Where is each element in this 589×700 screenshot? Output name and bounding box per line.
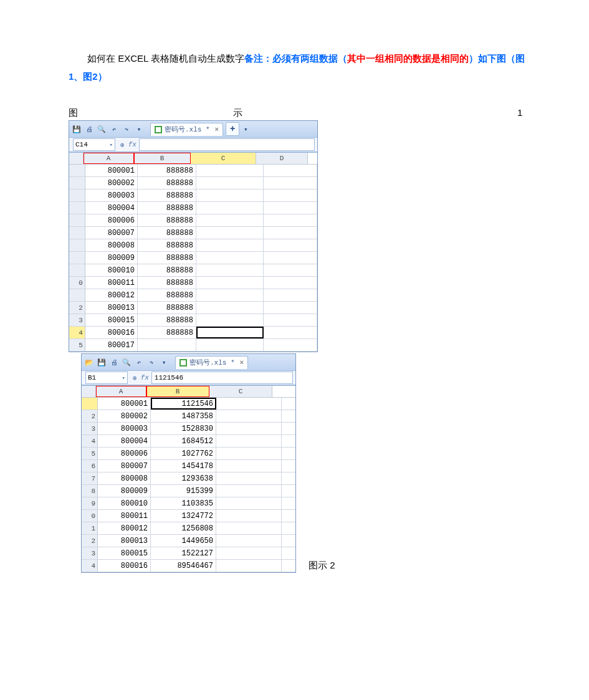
cell[interactable] — [264, 227, 317, 239]
cell[interactable]: 888888 — [138, 264, 196, 276]
cell[interactable] — [216, 423, 282, 434]
cell[interactable]: 800002 — [98, 410, 151, 422]
cell[interactable] — [216, 435, 282, 447]
cell[interactable] — [264, 339, 317, 351]
cell[interactable]: 800016 — [85, 327, 138, 338]
column-header-c-2[interactable]: C — [209, 386, 272, 397]
cell[interactable] — [196, 239, 264, 251]
row-header[interactable]: 0 — [69, 277, 85, 289]
name-box[interactable]: C14 ▾ — [73, 138, 115, 151]
cell[interactable]: 888888 — [138, 314, 196, 326]
cell[interactable] — [216, 485, 282, 497]
cell[interactable] — [216, 410, 282, 422]
cell[interactable] — [196, 227, 264, 239]
cell[interactable] — [216, 398, 282, 410]
row-header[interactable]: 2 — [69, 302, 85, 314]
cell[interactable]: 800003 — [85, 189, 138, 201]
cell[interactable]: 888888 — [138, 214, 196, 226]
preview-icon[interactable]: 🔍 — [97, 124, 107, 134]
save-icon[interactable]: 💾 — [72, 124, 82, 134]
cell[interactable] — [216, 472, 282, 484]
cell[interactable]: 888888 — [138, 302, 196, 314]
cell[interactable] — [264, 202, 317, 214]
undo-icon[interactable]: ↶ — [134, 357, 144, 367]
cell[interactable]: 888888 — [138, 189, 196, 201]
cell[interactable]: 800001 — [98, 398, 151, 410]
row-header[interactable]: 7 — [82, 472, 98, 484]
cell[interactable] — [216, 497, 282, 509]
column-header-a-2[interactable]: A — [96, 386, 146, 397]
row-header[interactable] — [69, 264, 85, 276]
cell[interactable]: 915399 — [151, 485, 216, 497]
print-icon[interactable]: 🖨 — [109, 357, 119, 367]
cell[interactable]: 800012 — [98, 522, 151, 534]
cell[interactable] — [264, 314, 317, 326]
cell[interactable] — [196, 252, 264, 264]
row-header[interactable] — [69, 239, 85, 251]
cell[interactable]: 1454178 — [151, 460, 216, 472]
row-header[interactable]: 4 — [69, 327, 85, 338]
cell[interactable] — [216, 522, 282, 534]
cell[interactable]: 800009 — [85, 252, 138, 264]
redo-icon[interactable]: ↷ — [122, 124, 132, 134]
cell[interactable]: 800011 — [85, 277, 138, 289]
cell[interactable]: 800006 — [98, 448, 151, 459]
row-header[interactable]: 2 — [82, 410, 98, 422]
cell[interactable]: 800003 — [98, 423, 151, 434]
row-header[interactable]: 4 — [82, 560, 98, 572]
column-header-d[interactable]: D — [256, 153, 308, 164]
cell[interactable] — [196, 327, 264, 338]
redo-icon[interactable]: ↷ — [146, 357, 156, 367]
cell[interactable]: 800015 — [85, 314, 138, 326]
row-header[interactable]: 0 — [82, 510, 98, 522]
cell[interactable] — [196, 264, 264, 276]
cell[interactable]: 800008 — [85, 239, 138, 251]
cell[interactable] — [264, 165, 317, 176]
cell[interactable]: 1449650 — [151, 535, 216, 547]
cell[interactable]: 888888 — [138, 239, 196, 251]
row-header[interactable] — [69, 289, 85, 301]
cell[interactable]: 800010 — [85, 264, 138, 276]
cell[interactable] — [216, 535, 282, 547]
cell[interactable]: 800009 — [98, 485, 151, 497]
row-header[interactable]: 6 — [82, 460, 98, 472]
column-header-b[interactable]: B — [134, 153, 191, 164]
document-tab[interactable]: 密码号.xls * × — [150, 123, 223, 136]
cell[interactable]: 1256808 — [151, 522, 216, 534]
cell[interactable]: 888888 — [138, 227, 196, 239]
row-header[interactable] — [69, 252, 85, 264]
cell[interactable]: 800015 — [98, 547, 151, 559]
row-header[interactable]: 5 — [82, 448, 98, 459]
select-all-corner[interactable] — [69, 153, 84, 164]
cell[interactable]: 800012 — [85, 289, 138, 301]
row-header[interactable]: 3 — [82, 423, 98, 434]
cell[interactable] — [264, 277, 317, 289]
cell[interactable]: 800011 — [98, 510, 151, 522]
cell[interactable]: 800006 — [85, 214, 138, 226]
cell[interactable] — [264, 214, 317, 226]
row-header[interactable] — [69, 202, 85, 214]
cell[interactable]: 888888 — [138, 252, 196, 264]
cell[interactable] — [264, 327, 317, 338]
name-box-dropdown-icon[interactable]: ▾ — [122, 375, 125, 381]
cell[interactable]: 1103835 — [151, 497, 216, 509]
fx-icon[interactable]: fx — [128, 141, 136, 148]
cell[interactable] — [196, 339, 264, 351]
cell[interactable] — [196, 302, 264, 314]
cell[interactable] — [216, 510, 282, 522]
row-header[interactable] — [69, 214, 85, 226]
close-icon[interactable]: × — [240, 359, 244, 367]
cell[interactable]: 800007 — [85, 227, 138, 239]
row-header[interactable]: 3 — [82, 547, 98, 559]
cell[interactable] — [138, 339, 196, 351]
cell[interactable] — [196, 214, 264, 226]
formula-bar[interactable] — [139, 138, 315, 151]
cell[interactable]: 1522127 — [151, 547, 216, 559]
cell[interactable]: 800004 — [85, 202, 138, 214]
row-header[interactable]: 5 — [69, 339, 85, 351]
cell[interactable]: 800013 — [98, 535, 151, 547]
cell[interactable]: 800001 — [85, 165, 138, 176]
cell[interactable] — [264, 252, 317, 264]
cell[interactable] — [264, 177, 317, 189]
cell[interactable]: 800013 — [85, 302, 138, 314]
